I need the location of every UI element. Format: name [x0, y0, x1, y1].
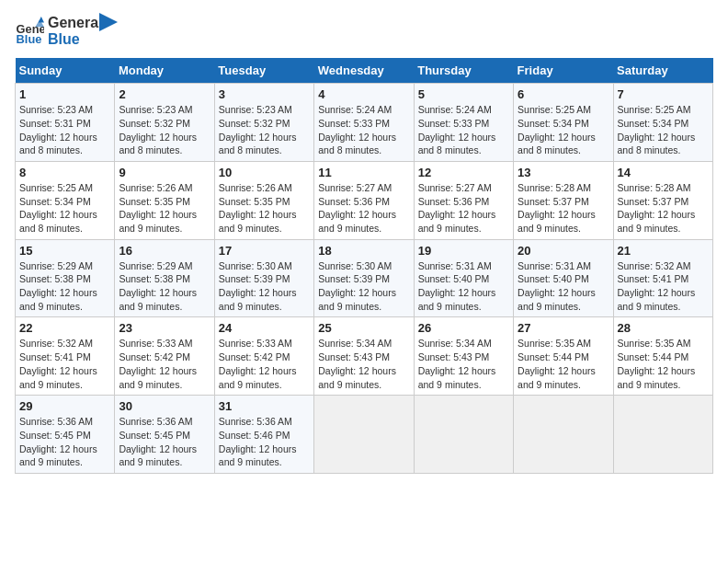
day-number: 30 — [119, 399, 210, 413]
calendar-cell: 17 Sunrise: 5:30 AM Sunset: 5:39 PM Dayl… — [214, 239, 313, 317]
calendar-cell: 6 Sunrise: 5:25 AM Sunset: 5:34 PM Dayli… — [514, 84, 613, 162]
day-number: 9 — [119, 166, 210, 179]
calendar-cell: 31 Sunrise: 5:36 AM Sunset: 5:46 PM Dayl… — [214, 396, 313, 474]
day-info: Sunrise: 5:23 AM Sunset: 5:32 PM Dayligh… — [219, 103, 310, 157]
day-number: 7 — [618, 87, 709, 101]
day-number: 3 — [219, 87, 310, 101]
day-info: Sunrise: 5:25 AM Sunset: 5:34 PM Dayligh… — [518, 103, 609, 157]
calendar-cell: 16 Sunrise: 5:29 AM Sunset: 5:38 PM Dayl… — [115, 239, 214, 317]
day-number: 11 — [318, 166, 409, 179]
day-number: 4 — [318, 87, 409, 101]
calendar-cell: 13 Sunrise: 5:28 AM Sunset: 5:37 PM Dayl… — [514, 161, 613, 239]
calendar-cell: 25 Sunrise: 5:34 AM Sunset: 5:43 PM Dayl… — [314, 317, 414, 396]
svg-marker-4 — [99, 13, 118, 31]
calendar-cell — [414, 396, 513, 474]
calendar-cell: 4 Sunrise: 5:24 AM Sunset: 5:33 PM Dayli… — [314, 84, 414, 162]
day-info: Sunrise: 5:32 AM Sunset: 5:41 PM Dayligh… — [618, 259, 709, 314]
calendar-cell: 15 Sunrise: 5:29 AM Sunset: 5:38 PM Dayl… — [16, 239, 115, 317]
day-info: Sunrise: 5:34 AM Sunset: 5:43 PM Dayligh… — [318, 337, 409, 391]
calendar-cell: 5 Sunrise: 5:24 AM Sunset: 5:33 PM Dayli… — [414, 84, 513, 162]
day-number: 12 — [418, 166, 509, 179]
calendar-cell: 23 Sunrise: 5:33 AM Sunset: 5:42 PM Dayl… — [115, 317, 214, 396]
logo-icon: General Blue — [15, 17, 44, 46]
day-info: Sunrise: 5:31 AM Sunset: 5:40 PM Dayligh… — [418, 259, 509, 314]
calendar-cell: 2 Sunrise: 5:23 AM Sunset: 5:32 PM Dayli… — [115, 84, 214, 162]
day-number: 2 — [119, 87, 210, 101]
day-number: 14 — [618, 166, 709, 179]
calendar-cell: 22 Sunrise: 5:32 AM Sunset: 5:41 PM Dayl… — [16, 317, 115, 396]
day-info: Sunrise: 5:35 AM Sunset: 5:44 PM Dayligh… — [518, 337, 609, 391]
weekday-header-thursday: Thursday — [414, 58, 513, 84]
weekday-header-wednesday: Wednesday — [314, 58, 414, 84]
day-info: Sunrise: 5:30 AM Sunset: 5:39 PM Dayligh… — [219, 259, 310, 314]
weekday-header-monday: Monday — [115, 58, 214, 84]
calendar-cell: 27 Sunrise: 5:35 AM Sunset: 5:44 PM Dayl… — [514, 317, 613, 396]
calendar-cell: 28 Sunrise: 5:35 AM Sunset: 5:44 PM Dayl… — [613, 317, 712, 396]
day-info: Sunrise: 5:31 AM Sunset: 5:40 PM Dayligh… — [518, 259, 609, 314]
calendar-cell: 1 Sunrise: 5:23 AM Sunset: 5:31 PM Dayli… — [16, 84, 115, 162]
day-number: 29 — [19, 399, 110, 413]
weekday-header-tuesday: Tuesday — [214, 58, 313, 84]
calendar-week-row: 29 Sunrise: 5:36 AM Sunset: 5:45 PM Dayl… — [16, 396, 713, 474]
calendar-cell — [514, 396, 613, 474]
day-info: Sunrise: 5:27 AM Sunset: 5:36 PM Dayligh… — [318, 181, 409, 236]
weekday-header-friday: Friday — [514, 58, 613, 84]
day-number: 26 — [418, 321, 509, 335]
calendar-cell: 14 Sunrise: 5:28 AM Sunset: 5:37 PM Dayl… — [613, 161, 712, 239]
calendar-week-row: 1 Sunrise: 5:23 AM Sunset: 5:31 PM Dayli… — [16, 84, 713, 162]
calendar-table: SundayMondayTuesdayWednesdayThursdayFrid… — [15, 58, 713, 474]
day-number: 24 — [219, 321, 310, 335]
day-info: Sunrise: 5:30 AM Sunset: 5:39 PM Dayligh… — [318, 259, 409, 314]
day-info: Sunrise: 5:36 AM Sunset: 5:45 PM Dayligh… — [119, 415, 210, 469]
calendar-cell: 10 Sunrise: 5:26 AM Sunset: 5:35 PM Dayl… — [214, 161, 313, 239]
calendar-week-row: 8 Sunrise: 5:25 AM Sunset: 5:34 PM Dayli… — [16, 161, 713, 239]
calendar-cell: 9 Sunrise: 5:26 AM Sunset: 5:35 PM Dayli… — [115, 161, 214, 239]
calendar-cell: 18 Sunrise: 5:30 AM Sunset: 5:39 PM Dayl… — [314, 239, 414, 317]
day-info: Sunrise: 5:36 AM Sunset: 5:46 PM Dayligh… — [219, 415, 310, 469]
day-number: 8 — [19, 166, 110, 179]
logo-arrow-icon — [99, 13, 118, 40]
day-info: Sunrise: 5:33 AM Sunset: 5:42 PM Dayligh… — [219, 337, 310, 391]
calendar-cell: 3 Sunrise: 5:23 AM Sunset: 5:32 PM Dayli… — [214, 84, 313, 162]
day-info: Sunrise: 5:33 AM Sunset: 5:42 PM Dayligh… — [119, 337, 210, 391]
day-info: Sunrise: 5:29 AM Sunset: 5:38 PM Dayligh… — [19, 259, 110, 314]
day-info: Sunrise: 5:23 AM Sunset: 5:32 PM Dayligh… — [119, 103, 210, 157]
day-info: Sunrise: 5:28 AM Sunset: 5:37 PM Dayligh… — [518, 181, 609, 236]
weekday-header-saturday: Saturday — [613, 58, 712, 84]
calendar-cell: 30 Sunrise: 5:36 AM Sunset: 5:45 PM Dayl… — [115, 396, 214, 474]
day-info: Sunrise: 5:28 AM Sunset: 5:37 PM Dayligh… — [618, 181, 709, 236]
day-number: 16 — [119, 244, 210, 258]
day-info: Sunrise: 5:23 AM Sunset: 5:31 PM Dayligh… — [19, 103, 110, 157]
calendar-cell: 29 Sunrise: 5:36 AM Sunset: 5:45 PM Dayl… — [16, 396, 115, 474]
calendar-cell: 11 Sunrise: 5:27 AM Sunset: 5:36 PM Dayl… — [314, 161, 414, 239]
day-number: 27 — [518, 321, 609, 335]
day-info: Sunrise: 5:25 AM Sunset: 5:34 PM Dayligh… — [19, 181, 110, 236]
day-number: 10 — [219, 166, 310, 179]
day-info: Sunrise: 5:36 AM Sunset: 5:45 PM Dayligh… — [19, 415, 110, 469]
calendar-cell: 24 Sunrise: 5:33 AM Sunset: 5:42 PM Dayl… — [214, 317, 313, 396]
calendar-cell: 26 Sunrise: 5:34 AM Sunset: 5:43 PM Dayl… — [414, 317, 513, 396]
logo: General Blue General Blue — [15, 15, 118, 47]
day-number: 5 — [418, 87, 509, 101]
day-number: 15 — [19, 244, 110, 258]
calendar-cell: 8 Sunrise: 5:25 AM Sunset: 5:34 PM Dayli… — [16, 161, 115, 239]
day-number: 25 — [318, 321, 409, 335]
calendar-cell: 7 Sunrise: 5:25 AM Sunset: 5:34 PM Dayli… — [613, 84, 712, 162]
day-number: 23 — [119, 321, 210, 335]
day-info: Sunrise: 5:32 AM Sunset: 5:41 PM Dayligh… — [19, 337, 110, 391]
day-number: 13 — [518, 166, 609, 179]
calendar-cell — [613, 396, 712, 474]
day-number: 19 — [418, 244, 509, 258]
svg-text:Blue: Blue — [17, 31, 42, 45]
calendar-cell: 19 Sunrise: 5:31 AM Sunset: 5:40 PM Dayl… — [414, 239, 513, 317]
day-info: Sunrise: 5:26 AM Sunset: 5:35 PM Dayligh… — [219, 181, 310, 236]
calendar-cell: 12 Sunrise: 5:27 AM Sunset: 5:36 PM Dayl… — [414, 161, 513, 239]
calendar-cell: 21 Sunrise: 5:32 AM Sunset: 5:41 PM Dayl… — [613, 239, 712, 317]
day-info: Sunrise: 5:35 AM Sunset: 5:44 PM Dayligh… — [618, 337, 709, 391]
day-number: 1 — [19, 87, 110, 101]
calendar-week-row: 15 Sunrise: 5:29 AM Sunset: 5:38 PM Dayl… — [16, 239, 713, 317]
page-header: General Blue General Blue — [15, 15, 713, 47]
calendar-week-row: 22 Sunrise: 5:32 AM Sunset: 5:41 PM Dayl… — [16, 317, 713, 396]
day-number: 6 — [518, 87, 609, 101]
day-info: Sunrise: 5:29 AM Sunset: 5:38 PM Dayligh… — [119, 259, 210, 314]
